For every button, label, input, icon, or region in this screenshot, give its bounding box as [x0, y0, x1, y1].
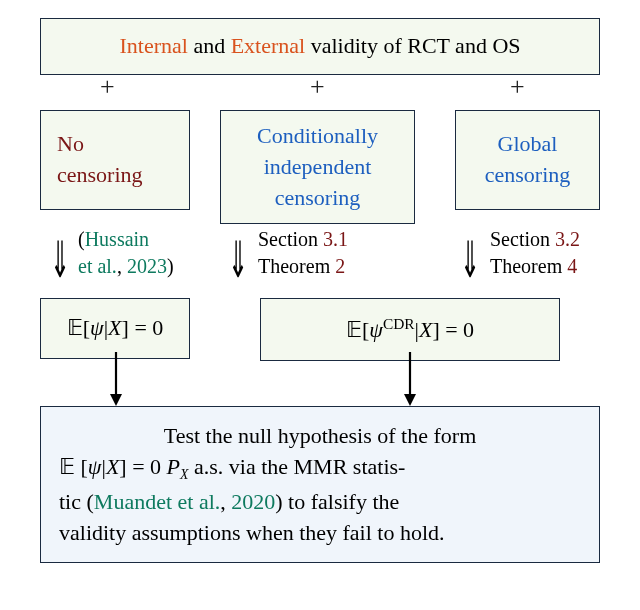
- validity-rest: validity of RCT and OS: [305, 33, 520, 58]
- eq2-c: ] = 0: [432, 317, 474, 342]
- eq2-psi: ψ: [369, 317, 383, 342]
- cond3-l1: Global: [464, 129, 591, 160]
- test-l3a: tic (: [59, 489, 94, 514]
- eq1-X: X: [108, 315, 121, 340]
- cond3-l2: censoring: [464, 160, 591, 191]
- ref-section-3-2: Section 3.2 Theorem 4: [490, 226, 580, 280]
- test-l2: 𝔼 [ψ|X] = 0 PX a.s. via the MMR statis-: [59, 452, 581, 487]
- cond2-l3: censoring: [233, 183, 402, 214]
- eq2-X: X: [419, 317, 432, 342]
- no-censoring-label: No censoring: [57, 129, 173, 191]
- ref3-l2b: 4: [567, 255, 577, 277]
- plus-sign-1: +: [100, 72, 115, 102]
- ref1-year: 2023: [127, 255, 167, 277]
- implies-arrow-2: ⇓: [228, 229, 248, 289]
- ref1-sep: ,: [117, 255, 127, 277]
- test-l2c: ] = 0: [119, 454, 166, 479]
- cond2-l2: independent: [233, 152, 402, 183]
- null-hypothesis-box: Test the null hypothesis of the form 𝔼 […: [40, 406, 600, 563]
- ref1-name: Hussain: [85, 228, 149, 250]
- global-censoring-box: Global censoring: [455, 110, 600, 210]
- ref2-l1b: 3.1: [323, 228, 348, 250]
- ref-hussain: (Hussain et al., 2023): [78, 226, 208, 280]
- eq1-psi: ψ: [90, 315, 104, 340]
- ref1-open: (: [78, 228, 85, 250]
- ref2-l2b: 2: [335, 255, 345, 277]
- plus-sign-2: +: [310, 72, 325, 102]
- no-censoring-box: No censoring: [40, 110, 190, 210]
- eq1-a: 𝔼[: [67, 315, 90, 340]
- equation-psi-box: 𝔼[ψ|X] = 0: [40, 298, 190, 359]
- test-l3b: ) to falsify the: [275, 489, 399, 514]
- arrow-right: [402, 352, 418, 408]
- test-l2-PX: P: [167, 454, 180, 479]
- svg-marker-3: [404, 394, 416, 406]
- ref2-l1a: Section: [258, 228, 323, 250]
- eq2-sup: CDR: [383, 315, 415, 332]
- cond-indep-censoring-box: Conditionally independent censoring: [220, 110, 415, 224]
- external-word: External: [231, 33, 306, 58]
- internal-word: Internal: [119, 33, 187, 58]
- ref3-l1a: Section: [490, 228, 555, 250]
- plus-sign-3: +: [510, 72, 525, 102]
- test-l3-sep: ,: [220, 489, 231, 514]
- test-l2d: a.s. via the MMR statis-: [188, 454, 405, 479]
- and-word: and: [188, 33, 231, 58]
- test-l3-name: Muandet et al.: [94, 489, 220, 514]
- test-l2a: 𝔼 [: [59, 454, 88, 479]
- eq1-c: ] = 0: [122, 315, 164, 340]
- ref-section-3-1: Section 3.1 Theorem 2: [258, 226, 348, 280]
- ref2-l2a: Theorem: [258, 255, 335, 277]
- test-l2-X: X: [106, 454, 119, 479]
- eq2-a: 𝔼[: [346, 317, 369, 342]
- svg-marker-1: [110, 394, 122, 406]
- implies-arrow-3: ⇓: [460, 229, 480, 289]
- test-l2-psi: ψ: [88, 454, 102, 479]
- ref1-etal: et al.: [78, 255, 117, 277]
- ref3-l1b: 3.2: [555, 228, 580, 250]
- test-l3: tic (Muandet et al., 2020) to falsify th…: [59, 487, 581, 518]
- test-l1: Test the null hypothesis of the form: [59, 421, 581, 452]
- cond2-l1: Conditionally: [233, 121, 402, 152]
- test-l3-year: 2020: [231, 489, 275, 514]
- ref3-l2a: Theorem: [490, 255, 567, 277]
- arrow-left: [108, 352, 124, 408]
- test-l4: validity assumptions when they fail to h…: [59, 518, 581, 549]
- implies-arrow-1: ⇓: [50, 229, 70, 289]
- ref1-close: ): [167, 255, 174, 277]
- validity-box: Internal and External validity of RCT an…: [40, 18, 600, 75]
